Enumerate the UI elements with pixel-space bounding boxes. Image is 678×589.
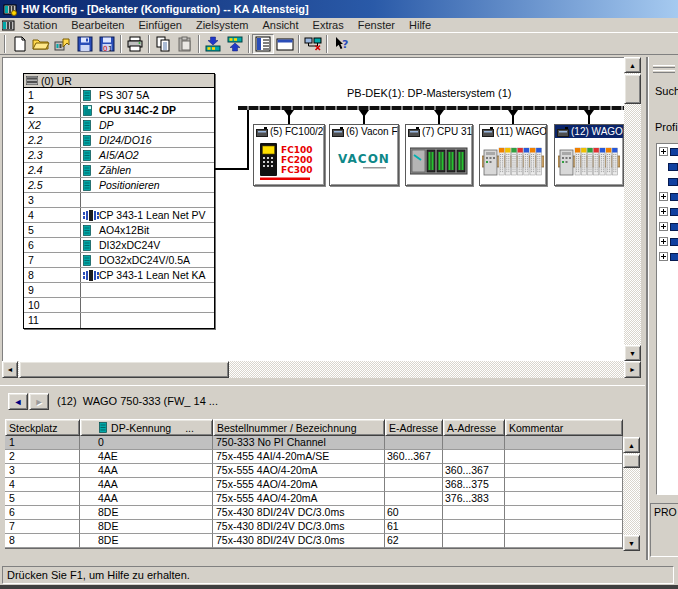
- address-overview-button[interactable]: [274, 34, 296, 54]
- mdi-child-icon[interactable]: [0, 18, 16, 32]
- catalog-tree-node[interactable]: [657, 249, 678, 264]
- upload-from-module-button[interactable]: [224, 34, 246, 54]
- rack-row-slot-1[interactable]: 1PS 307 5A: [24, 88, 214, 103]
- menu-zielsystem[interactable]: Zielsystem: [189, 18, 256, 33]
- network-configuration-button[interactable]: [302, 34, 324, 54]
- save-and-compile-button[interactable]: 01: [96, 34, 118, 54]
- menu-einfugen[interactable]: Einfügen: [131, 18, 188, 33]
- catalog-tree-node[interactable]: [657, 204, 678, 219]
- slot-table-row-4[interactable]: 44AA75x-555 4AO/4-20mA368...375: [5, 478, 623, 492]
- vscroll-thumb[interactable]: [624, 74, 641, 104]
- scroll-up-button[interactable]: ▲: [624, 57, 641, 73]
- column-header-bestellnummer-bezeichnung[interactable]: Bestellnummer / Bezeichnung: [213, 419, 385, 436]
- expand-plus-icon[interactable]: [659, 192, 668, 201]
- rack-row-slot-2[interactable]: 2CPU 314C-2 DP: [24, 103, 214, 118]
- detail-vscrollbar[interactable]: ▲ ▼: [623, 437, 640, 551]
- catalog-node-icon: [670, 238, 678, 246]
- new-station-button[interactable]: [8, 34, 30, 54]
- dp-master-bus[interactable]: [238, 106, 624, 110]
- slot-table-row-2[interactable]: 24AE75x-455 4AI/4-20mA/SE360...367: [5, 450, 623, 464]
- expand-plus-icon[interactable]: [659, 207, 668, 216]
- rack-row-slot-5[interactable]: 5AO4x12Bit: [24, 223, 214, 238]
- dp-slave-11-wago[interactable]: (11) WAGO: [479, 124, 547, 186]
- column-header-steckplatz[interactable]: Steckplatz: [5, 419, 80, 436]
- dp-slave-12-wago[interactable]: (12) WAGO: [554, 124, 624, 186]
- rack-header[interactable]: (0) UR: [24, 74, 214, 88]
- detail-scroll-down-button[interactable]: ▼: [623, 535, 640, 551]
- slot-table-row-6[interactable]: 68DE75x-430 8DI/24V DC/3.0ms60: [5, 506, 623, 520]
- catalog-tree-node[interactable]: [657, 174, 678, 189]
- expand-plus-icon[interactable]: [659, 222, 668, 231]
- slot-table-row-1[interactable]: 10750-333 No PI Channel: [5, 436, 623, 450]
- download-to-module-button[interactable]: [202, 34, 224, 54]
- previous-slave-button[interactable]: ◄: [8, 393, 28, 410]
- dp-slave-6-vacon-f[interactable]: (6) Vacon FVACON: [329, 124, 399, 186]
- station-hscrollbar[interactable]: ◄ ►: [2, 361, 641, 378]
- rack-row-slot-2-2[interactable]: 2.2DI24/DO16: [24, 133, 214, 148]
- svg-text:?: ?: [342, 38, 348, 51]
- menu-station[interactable]: Station: [16, 18, 64, 33]
- rack-row-slot-11[interactable]: 11: [24, 313, 214, 328]
- menu-extras[interactable]: Extras: [306, 18, 351, 33]
- catalog-grab-handle-2[interactable]: [653, 70, 675, 73]
- slot-table-row-5[interactable]: 54AA75x-555 4AO/4-20mA376...383: [5, 492, 623, 506]
- expand-plus-icon[interactable]: [659, 252, 668, 261]
- dp-slave-5-fc100-2[interactable]: (5) FC100/2FC100FC200FC300: [253, 124, 325, 186]
- slot-table-row-8[interactable]: 88DE75x-430 8DI/24V DC/3.0ms62: [5, 534, 623, 548]
- title-bar[interactable]: HW Konfig - [Dekanter (Konfiguration) --…: [0, 0, 678, 18]
- dp-slave-7-cpu-315[interactable]: (7) CPU 315: [405, 124, 473, 186]
- open-station-button[interactable]: [30, 34, 52, 54]
- catalog-tree[interactable]: [656, 143, 678, 495]
- cell-bestellnummer: 75x-455 4AI/4-20mA/SE: [213, 450, 385, 464]
- rack-row-slot-4[interactable]: 4CP 343-1 Lean Net PV: [24, 208, 214, 223]
- rack-row-slot-6[interactable]: 6DI32xDC24V: [24, 238, 214, 253]
- catalog-grab-handle[interactable]: [653, 65, 675, 68]
- menu-fenster[interactable]: Fenster: [351, 18, 402, 33]
- slot-table-row-3[interactable]: 34AA75x-555 4AO/4-20mA360...367: [5, 464, 623, 478]
- rack-row-slot-3[interactable]: 3: [24, 193, 214, 208]
- catalog-tree-node[interactable]: [657, 159, 678, 174]
- hscroll-thumb[interactable]: [19, 361, 229, 378]
- menu-ansicht[interactable]: Ansicht: [255, 18, 305, 33]
- scroll-left-button[interactable]: ◄: [2, 361, 18, 378]
- column-header-dp-kennung[interactable]: DP-Kennung...: [80, 419, 213, 436]
- column-header-kommentar[interactable]: Kommentar: [505, 419, 623, 436]
- open-station-online-button[interactable]: [52, 34, 74, 54]
- rack-table[interactable]: (0) UR 1PS 307 5A2CPU 314C-2 DPX2DP2.2DI…: [23, 73, 215, 329]
- detail-vscroll-thumb[interactable]: [623, 454, 640, 468]
- module-name: Positionieren: [99, 178, 160, 192]
- next-slave-button[interactable]: ►: [29, 393, 49, 410]
- rack-row-slot-8[interactable]: 8CP 343-1 Lean Net KA: [24, 268, 214, 283]
- rack-row-slot-2-4[interactable]: 2.4Zählen: [24, 163, 214, 178]
- expand-plus-icon[interactable]: [659, 147, 668, 156]
- rack-row-slot-2-5[interactable]: 2.5Positionieren: [24, 178, 214, 193]
- copy-button[interactable]: [152, 34, 174, 54]
- configuration-table-button[interactable]: [252, 34, 274, 54]
- expand-plus-icon[interactable]: [659, 237, 668, 246]
- menu-bearbeiten[interactable]: Bearbeiten: [64, 18, 131, 33]
- paste-button[interactable]: [174, 34, 196, 54]
- column-header-a-adresse[interactable]: A-Adresse: [443, 419, 505, 436]
- save-button[interactable]: [74, 34, 96, 54]
- rack-row-slot-9[interactable]: 9: [24, 283, 214, 298]
- rack-row-slot-x2[interactable]: X2DP: [24, 118, 214, 133]
- catalog-tree-node[interactable]: [657, 189, 678, 204]
- cell-dp: 4AE: [80, 450, 213, 464]
- slot-table-row-7[interactable]: 78DE75x-430 8DI/24V DC/3.0ms61: [5, 520, 623, 534]
- rack-row-slot-10[interactable]: 10: [24, 298, 214, 313]
- context-help-button[interactable]: ?: [330, 34, 352, 54]
- rack-row-slot-2-3[interactable]: 2.3AI5/AO2: [24, 148, 214, 163]
- catalog-tree-node[interactable]: [657, 219, 678, 234]
- fc-drive-image: FC100FC200FC300: [254, 138, 324, 184]
- menu-hilfe[interactable]: Hilfe: [402, 18, 438, 33]
- slot-number: 6: [24, 238, 81, 252]
- station-vscrollbar[interactable]: ▲ ▼: [624, 57, 641, 361]
- column-header-e-adresse[interactable]: E-Adresse: [385, 419, 443, 436]
- catalog-tree-node[interactable]: [657, 234, 678, 249]
- scroll-down-button[interactable]: ▼: [624, 345, 641, 361]
- scroll-right-button[interactable]: ►: [624, 361, 641, 378]
- rack-row-slot-7[interactable]: 7DO32xDC24V/0.5A: [24, 253, 214, 268]
- catalog-tree-node[interactable]: [657, 144, 678, 159]
- detail-scroll-up-button[interactable]: ▲: [623, 437, 640, 453]
- print-button[interactable]: [124, 34, 146, 54]
